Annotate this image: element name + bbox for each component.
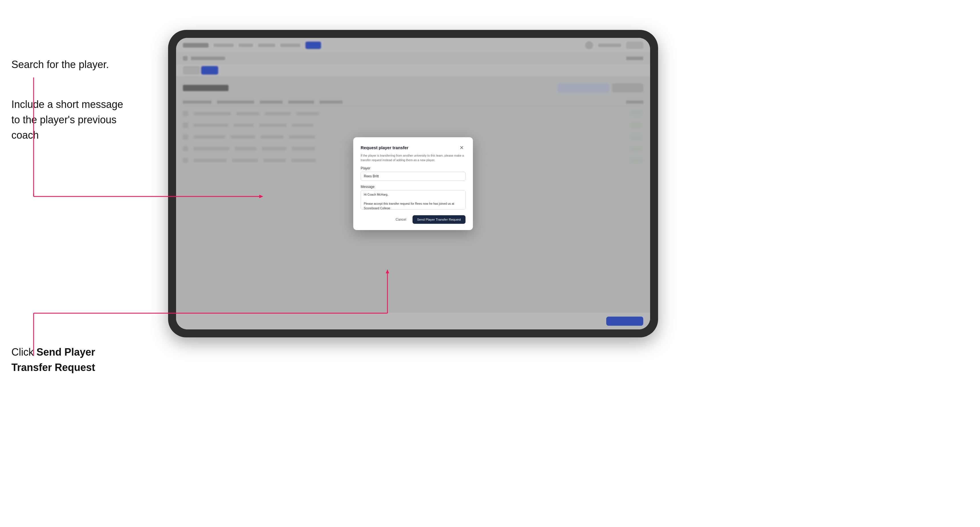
modal-description: If the player is transferring from anoth… (361, 153, 466, 163)
modal-overlay: Request player transfer ✕ If the player … (176, 38, 650, 329)
send-transfer-button[interactable]: Send Player Transfer Request (412, 215, 466, 224)
message-label: Message (361, 185, 466, 189)
player-label: Player (361, 166, 466, 170)
tablet-screen: Request player transfer ✕ If the player … (176, 38, 650, 329)
annotation-search: Search for the player. (11, 57, 125, 72)
modal-header: Request player transfer ✕ (361, 144, 466, 151)
modal-title: Request player transfer (361, 145, 409, 150)
annotation-message: Include a short message to the player's … (11, 97, 131, 143)
modal-actions: Cancel Send Player Transfer Request (361, 215, 466, 224)
tablet-device: Request player transfer ✕ If the player … (168, 30, 658, 337)
player-input[interactable] (361, 172, 466, 181)
annotation-click: Click Send Player Transfer Request (11, 344, 134, 375)
modal-close-button[interactable]: ✕ (458, 144, 466, 151)
message-textarea[interactable]: Hi Coach McHarg, Please accept this tran… (361, 190, 466, 210)
modal-dialog: Request player transfer ✕ If the player … (353, 137, 473, 230)
cancel-button[interactable]: Cancel (393, 216, 409, 223)
